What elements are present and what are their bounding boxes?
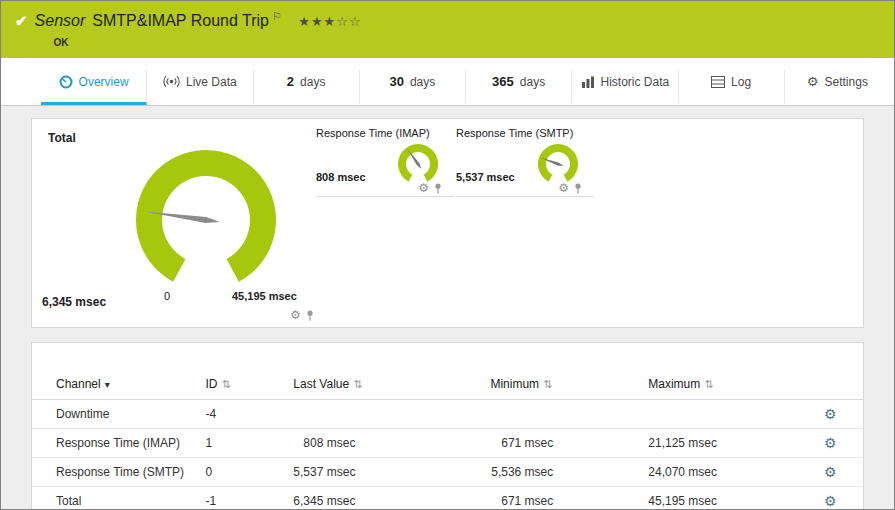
col-header-label: Maximum <box>648 377 700 391</box>
tab-30-days[interactable]: 30 days <box>360 70 466 105</box>
tab-label: Historic Data <box>601 75 670 89</box>
channel-maximum: 45,195 msec <box>648 487 810 510</box>
col-header-id[interactable]: ID⇅ <box>206 371 294 400</box>
channel-id: -1 <box>206 487 294 510</box>
tab-bar: Overview Live Data 2 days 30 days 365 da… <box>1 58 894 106</box>
sort-icon: ⇅ <box>222 378 231 390</box>
channel-minimum <box>490 400 648 429</box>
tab-number: 365 <box>492 74 514 89</box>
channel-id: 1 <box>206 429 294 458</box>
channel-last-value: 5,537 msec <box>293 458 490 487</box>
col-header-label: Last Value <box>293 377 349 391</box>
channel-settings-icon[interactable]: ⚙ <box>824 435 837 451</box>
table-row-response-time-smtp: Response Time (SMTP) 0 5,537 msec 5,536 … <box>32 458 863 487</box>
tab-label: days <box>520 75 545 89</box>
smtp-gauge <box>528 137 588 187</box>
sensor-type-label: Sensor <box>35 12 86 29</box>
tab-live-data[interactable]: Live Data <box>147 70 253 105</box>
gauges-panel: Total 6,345 msec 0 45,195 msec ⚙ Respons… <box>31 118 864 328</box>
channel-settings-icon[interactable]: ⚙ <box>824 464 837 480</box>
imap-gauge-block: Response Time (IMAP) 808 msec ⚙ <box>316 127 454 197</box>
tab-number: 30 <box>389 74 403 89</box>
col-header-label: Channel <box>56 377 101 391</box>
gear-icon: ⚙ <box>807 74 819 89</box>
bar-chart-icon <box>581 76 595 88</box>
col-header-channel[interactable]: Channel▾ <box>32 371 206 400</box>
prtg-sensor-page: ✔ SensorSMTP&IMAP Round Trip⚐ ★★★☆☆ OK O… <box>0 0 895 510</box>
channel-maximum: 21,125 msec <box>648 429 810 458</box>
sort-icon: ⇅ <box>543 378 552 390</box>
sort-icon: ⇅ <box>353 378 362 390</box>
gauge-scale-max: 45,195 msec <box>232 290 297 302</box>
pin-icon[interactable] <box>306 310 314 321</box>
channel-minimum: 671 msec <box>490 429 648 458</box>
tab-historic-data[interactable]: Historic Data <box>572 70 678 105</box>
channel-settings-icon[interactable]: ⚙ <box>824 493 837 509</box>
gauge-settings-gear-icon[interactable]: ⚙ <box>418 182 429 194</box>
channel-id: 0 <box>206 458 294 487</box>
channel-minimum: 671 msec <box>490 487 648 510</box>
channel-last-value: 6,345 msec <box>293 487 490 510</box>
tab-settings[interactable]: ⚙ Settings <box>785 70 890 105</box>
title-line: SensorSMTP&IMAP Round Trip⚐ ★★★☆☆ <box>35 10 362 30</box>
channel-maximum <box>648 400 810 429</box>
channel-name: Response Time (IMAP) <box>32 429 206 458</box>
channel-maximum: 24,070 msec <box>648 458 810 487</box>
col-header-last-value[interactable]: Last Value⇅ <box>293 371 490 400</box>
channel-minimum: 5,536 msec <box>490 458 648 487</box>
imap-gauge <box>388 137 448 187</box>
channel-id: -4 <box>206 400 294 429</box>
col-header-maximum[interactable]: Maximum⇅ <box>648 371 810 400</box>
log-list-icon <box>711 76 725 88</box>
total-gauge-actions: ⚙ <box>290 309 314 321</box>
gauge-settings-gear-icon[interactable]: ⚙ <box>558 182 569 194</box>
channels-table: Channel▾ ID⇅ Last Value⇅ Minimum⇅ Maximu <box>32 371 863 510</box>
gauge-settings-gear-icon[interactable]: ⚙ <box>290 309 301 321</box>
tab-2-days[interactable]: 2 days <box>254 70 360 105</box>
channel-last-value: 808 msec <box>293 429 490 458</box>
tab-label: days <box>300 75 325 89</box>
pin-icon[interactable] <box>574 183 582 194</box>
col-header-label: ID <box>206 377 218 391</box>
tab-label: days <box>410 75 435 89</box>
smtp-gauge-actions: ⚙ <box>558 182 582 194</box>
total-gauge-value: 6,345 msec <box>42 295 106 309</box>
channel-name: Total <box>32 487 206 510</box>
tab-label: Overview <box>79 75 129 89</box>
gauge-scale-min: 0 <box>164 290 170 302</box>
smtp-gauge-value: 5,537 msec <box>456 171 515 183</box>
smtp-gauge-block: Response Time (SMTP) 5,537 msec ⚙ <box>456 127 594 197</box>
star-rating[interactable]: ★★★☆☆ <box>298 14 361 29</box>
sensor-title: SMTP&IMAP Round Trip <box>92 12 269 29</box>
tab-overview[interactable]: Overview <box>41 70 147 105</box>
table-row-downtime: Downtime -4 ⚙ <box>32 400 863 429</box>
col-header-actions <box>810 371 863 400</box>
live-data-broadcast-icon <box>163 75 180 88</box>
imap-gauge-actions: ⚙ <box>418 182 442 194</box>
sensor-header: ✔ SensorSMTP&IMAP Round Trip⚐ ★★★☆☆ OK <box>1 1 894 58</box>
table-row-total: Total -1 6,345 msec 671 msec 45,195 msec… <box>32 487 863 510</box>
channel-name: Downtime <box>32 400 206 429</box>
table-row-response-time-imap: Response Time (IMAP) 1 808 msec 671 msec… <box>32 429 863 458</box>
tab-number: 2 <box>287 74 294 89</box>
sort-desc-icon: ▾ <box>105 379 110 390</box>
sort-icon: ⇅ <box>704 378 713 390</box>
overview-gauge-icon <box>59 75 73 89</box>
tab-label: Settings <box>825 75 868 89</box>
priority-flag-icon[interactable]: ⚐ <box>272 10 282 22</box>
header-text: SensorSMTP&IMAP Round Trip⚐ ★★★☆☆ OK <box>35 10 362 58</box>
main-content: Total 6,345 msec 0 45,195 msec ⚙ Respons… <box>1 106 894 510</box>
channel-name: Response Time (SMTP) <box>32 458 206 487</box>
channel-settings-icon[interactable]: ⚙ <box>824 406 837 422</box>
col-header-label: Minimum <box>490 377 539 391</box>
tab-label: Live Data <box>186 75 237 89</box>
channel-last-value <box>293 400 490 429</box>
tab-365-days[interactable]: 365 days <box>466 70 572 105</box>
tab-label: Log <box>731 75 751 89</box>
pin-icon[interactable] <box>434 183 442 194</box>
channels-panel: Channel▾ ID⇅ Last Value⇅ Minimum⇅ Maximu <box>31 342 864 510</box>
sensor-status-badge: OK <box>54 37 362 48</box>
tab-log[interactable]: Log <box>679 70 785 105</box>
imap-gauge-value: 808 msec <box>316 171 366 183</box>
col-header-minimum[interactable]: Minimum⇅ <box>490 371 648 400</box>
